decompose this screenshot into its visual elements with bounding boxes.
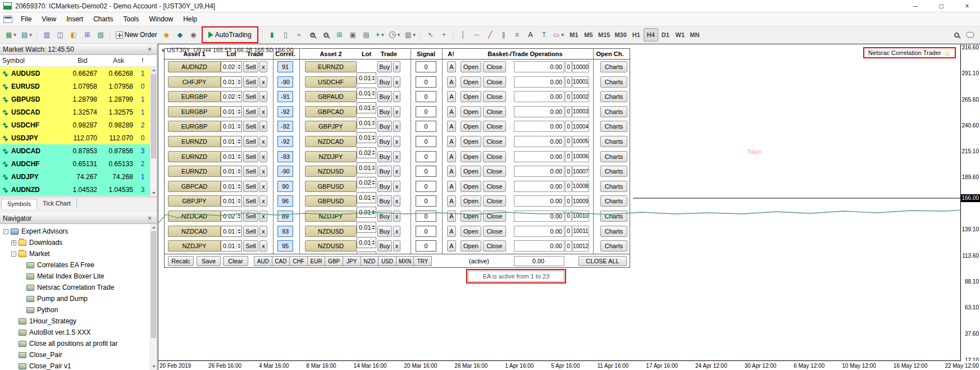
menu-item[interactable]: Tools (118, 13, 144, 25)
close-button[interactable]: × (954, 0, 980, 12)
tree-item[interactable]: - Expert Advisors (0, 226, 149, 237)
fibonacci-button[interactable]: ≡ (510, 28, 523, 42)
market-watch-row[interactable]: USDCHF 0.98287 0.98289 2 (0, 118, 157, 131)
lot-spinner[interactable] (236, 167, 241, 175)
sell-button[interactable]: Sell (243, 61, 258, 72)
close-basket-button[interactable]: Close (483, 226, 506, 237)
currency-toggle-button[interactable]: JPY (343, 256, 361, 266)
new-chart-button[interactable]: ▦▾ (3, 28, 19, 42)
lot1-field[interactable]: 0.01 (221, 181, 242, 192)
open-charts-button[interactable]: Charts (600, 151, 627, 162)
trendline-button[interactable]: ╱ (484, 28, 496, 42)
close-basket-button[interactable]: Close (483, 106, 506, 117)
buy-button[interactable]: Buy (377, 166, 392, 177)
column-header-bid[interactable]: Bid (65, 57, 101, 65)
asset1-field[interactable]: GBPCAD (168, 181, 221, 192)
currency-toggle-button[interactable]: USD (378, 256, 396, 266)
close-trade2-button[interactable]: x (393, 91, 400, 102)
asset2-field[interactable]: NZDJPY (305, 211, 357, 222)
close-basket-button[interactable]: Close (483, 181, 506, 192)
auto-button[interactable]: A (447, 121, 456, 132)
scroll-down-icon[interactable] (151, 190, 157, 197)
lot-spinner[interactable] (236, 78, 241, 86)
open-basket-button[interactable]: Open (461, 240, 481, 252)
navigator-scrollbar[interactable] (150, 224, 157, 370)
timeframe-button[interactable]: M15 (596, 28, 612, 42)
close-icon[interactable]: × (145, 45, 154, 53)
column-header-spread[interactable]: ! (136, 57, 149, 65)
close-trade2-button[interactable]: x (393, 195, 400, 207)
market-watch-scrollbar[interactable] (150, 67, 157, 197)
label-button[interactable]: T (537, 28, 550, 42)
close-icon[interactable]: × (145, 214, 154, 222)
lot1-field[interactable]: 0.01 (221, 240, 242, 252)
menu-item[interactable]: View (37, 13, 61, 25)
open-basket-button[interactable]: Open (461, 226, 481, 237)
close-trade2-button[interactable]: x (393, 76, 400, 88)
market-watch-row[interactable]: AUDCHF 0.65131 0.65133 2 (0, 157, 157, 170)
buy-button[interactable]: Buy (377, 211, 392, 222)
sell-button[interactable]: Sell (243, 240, 258, 252)
open-charts-button[interactable]: Charts (600, 136, 627, 147)
close-basket-button[interactable]: Close (483, 211, 506, 222)
timeframe-button[interactable]: H4 (644, 28, 658, 42)
market-watch-row[interactable]: GBPUSD 1.28798 1.28799 1 (0, 93, 157, 106)
search-button[interactable] (950, 28, 963, 42)
buy-button[interactable]: Buy (377, 61, 392, 72)
navigator-toggle[interactable]: ◧ (67, 28, 80, 42)
minimize-button[interactable]: ─ (902, 0, 928, 12)
close-trade2-button[interactable]: x (393, 61, 400, 72)
clear-button[interactable]: Clear (223, 256, 248, 266)
buy-button[interactable]: Buy (377, 91, 392, 102)
asset1-field[interactable]: EURNZD (168, 166, 221, 177)
timeframe-button[interactable]: D1 (658, 28, 673, 42)
buy-button[interactable]: Buy (377, 76, 392, 88)
menu-item[interactable]: Insert (61, 13, 88, 25)
sell-button[interactable]: Sell (243, 211, 258, 222)
tree-expander-icon[interactable]: + (11, 240, 16, 245)
open-basket-button[interactable]: Open (461, 136, 481, 147)
open-basket-button[interactable]: Open (461, 106, 481, 117)
market-watch-row[interactable]: USDCAD 1.32574 1.32575 1 (0, 106, 157, 118)
chat-button[interactable] (964, 28, 977, 42)
currency-toggle-button[interactable]: GBP (325, 256, 343, 266)
market-watch-row[interactable]: AUDJPY 74.267 74.268 1 (0, 170, 157, 183)
menu-item[interactable]: Window (144, 13, 179, 25)
tab-symbols[interactable]: Symbols (1, 199, 37, 209)
asset2-field[interactable]: GBPAUD (305, 91, 357, 102)
sell-button[interactable]: Sell (243, 106, 258, 117)
close-basket-button[interactable]: Close (483, 76, 506, 88)
tree-item[interactable]: AutoBot ver.1.5 XXX (0, 327, 149, 338)
sell-button[interactable]: Sell (243, 181, 258, 192)
lot-spinner[interactable] (236, 212, 241, 220)
open-charts-button[interactable]: Charts (600, 166, 627, 177)
strategy-tester-toggle[interactable]: ▧ (94, 28, 107, 42)
tree-item[interactable]: Pump and Dump (0, 293, 149, 304)
open-basket-button[interactable]: Open (461, 76, 481, 88)
currency-toggle-button[interactable]: AUD (254, 256, 272, 266)
asset1-field[interactable]: NZDCAD (168, 226, 221, 237)
chart-shift-button[interactable]: ▤ (360, 28, 373, 42)
lot-spinner[interactable] (236, 93, 241, 101)
close-trade2-button[interactable]: x (393, 181, 400, 192)
buy-button[interactable]: Buy (377, 121, 392, 132)
recalc-button[interactable]: Recalc (168, 256, 194, 266)
save-button[interactable]: Save (197, 256, 221, 266)
asset1-field[interactable]: EURNZD (168, 151, 221, 162)
metaquotes-button[interactable]: ◆ (160, 28, 173, 42)
timeframe-button[interactable]: W1 (673, 28, 687, 42)
buy-button[interactable]: Buy (377, 106, 392, 117)
close-trade2-button[interactable]: x (393, 151, 400, 162)
close-trade2-button[interactable]: x (393, 136, 400, 147)
close-trade1-button[interactable]: x (259, 181, 267, 192)
close-basket-button[interactable]: Close (483, 136, 506, 147)
open-basket-button[interactable]: Open (461, 61, 481, 72)
close-trade2-button[interactable]: x (393, 226, 400, 237)
open-charts-button[interactable]: Charts (600, 226, 627, 237)
time-axis[interactable]: 20 Feb 201926 Feb 16:004 Mar 16:008 Mar … (158, 361, 980, 370)
lot-spinner[interactable] (236, 197, 241, 205)
metaeditor-button[interactable]: ◆ (174, 28, 186, 42)
sell-button[interactable]: Sell (243, 91, 258, 102)
market-watch-row[interactable]: AUDCAD 0.87853 0.87856 3 (0, 144, 157, 157)
auto-button[interactable]: A (447, 166, 456, 177)
